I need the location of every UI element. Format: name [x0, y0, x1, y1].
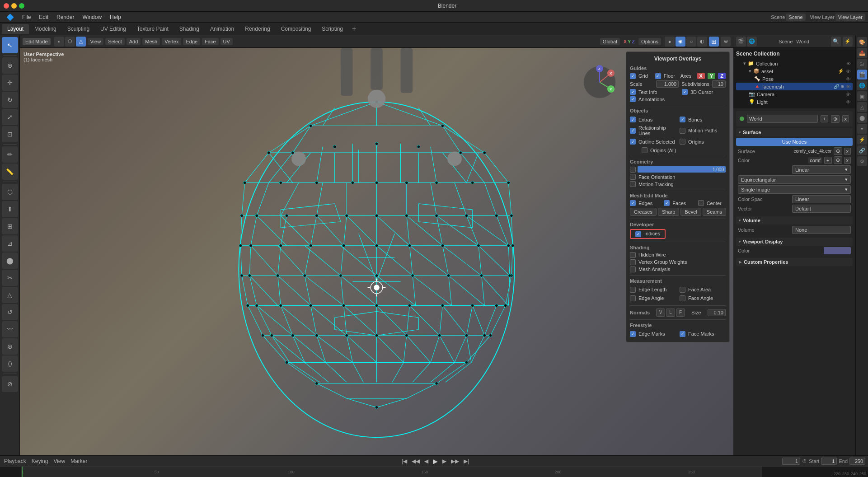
play-btn[interactable]: ▶ [432, 458, 439, 465]
vpdisp-color-swatch[interactable] [824, 247, 851, 254]
faces-checkbox[interactable] [664, 200, 670, 206]
edgemarks-checkbox[interactable] [630, 331, 636, 337]
menu-window[interactable]: Window [79, 13, 105, 21]
light-eye[interactable]: 👁 [846, 99, 851, 105]
seams-btn[interactable]: Seams [703, 208, 726, 216]
use-nodes-button[interactable]: Use Nodes [736, 138, 853, 146]
extras-checkbox[interactable] [630, 117, 636, 122]
tab-texture-paint[interactable]: Texture Paint [131, 24, 174, 34]
asset-eye[interactable]: 👁 [846, 69, 851, 74]
camera-item[interactable]: 📷 Camera 👁 [736, 90, 853, 98]
tab-rendering[interactable]: Rendering [239, 24, 275, 34]
tab-scripting[interactable]: Scripting [316, 24, 348, 34]
material-shading[interactable]: ◐ [697, 37, 707, 47]
facemarks-checkbox[interactable] [680, 331, 685, 337]
edgeangle-checkbox[interactable] [630, 295, 636, 301]
rellines-checkbox[interactable] [630, 128, 636, 134]
tool-cursor[interactable]: ⊕ [2, 57, 18, 74]
bones-checkbox[interactable] [680, 117, 685, 122]
object-icon-btn[interactable]: ▣ [857, 91, 867, 101]
select-menu[interactable]: Select [105, 38, 125, 45]
indices-btn[interactable]: Indices [630, 229, 666, 239]
axis-x-btn[interactable]: X [697, 73, 705, 79]
tab-sculpting[interactable]: Sculpting [62, 24, 95, 34]
keying-menu[interactable]: Keying [30, 458, 50, 464]
search-icon-btn[interactable]: 🔍 [831, 37, 841, 47]
tab-uv-editing[interactable]: UV Editing [95, 24, 131, 34]
overlays-toggle[interactable]: ⊞ [709, 37, 719, 47]
tool-extrude[interactable]: ⬆ [2, 201, 18, 217]
world-props-icon-btn[interactable]: 🌐 [857, 80, 867, 90]
volume-dropdown[interactable]: None [792, 226, 851, 234]
jump-start-btn[interactable]: |◀ [400, 458, 408, 464]
indices-checkbox[interactable] [635, 231, 641, 237]
tab-compositing[interactable]: Compositing [276, 24, 317, 34]
global-transform[interactable]: Global [600, 38, 620, 45]
facemesh-eye[interactable]: 👁 [846, 84, 851, 89]
uv-menu[interactable]: UV [221, 38, 233, 45]
timeline-scrubber[interactable]: 1 50 100 150 200 250 220 230 240 250 [0, 466, 868, 477]
facearea-checkbox[interactable] [680, 287, 685, 293]
face-menu[interactable]: Face [202, 38, 218, 45]
minimize-button[interactable] [11, 3, 17, 9]
jump-end-btn[interactable]: ▶| [462, 458, 470, 464]
center-checkbox[interactable] [698, 200, 704, 206]
meshanalysis-checkbox[interactable] [630, 267, 636, 272]
view-layer-icon-btn[interactable]: 🗂 [857, 59, 867, 69]
viewport-3d[interactable]: Edit Mode ▪ ⬡ △ View Select Add Mesh Ver… [20, 35, 733, 455]
normals-size-input[interactable] [708, 309, 726, 316]
maximize-button[interactable] [19, 3, 24, 9]
vector-dropdown[interactable]: Default [792, 205, 851, 213]
solid-shading[interactable]: ◉ [676, 37, 685, 47]
tool-poly-build[interactable]: △ [2, 287, 18, 303]
faceangle-checkbox[interactable] [680, 295, 685, 301]
pose-eye[interactable]: 👁 [846, 76, 851, 82]
subdivisions-input[interactable] [712, 80, 726, 88]
menu-file[interactable]: File [19, 13, 34, 21]
tool-add-mesh[interactable]: ⬡ [2, 184, 18, 200]
start-frame-input[interactable] [821, 458, 837, 465]
edgelen-checkbox[interactable] [630, 287, 636, 293]
hiddenwire-checkbox[interactable] [630, 252, 636, 258]
tab-layout[interactable]: Layout [2, 24, 29, 34]
timeline-area[interactable]: |◀ ◀◀ ◀ ▶ ▶ ▶▶ ▶| [92, 458, 780, 465]
floor-checkbox[interactable] [655, 73, 661, 79]
collection-item[interactable]: ▾ 📁 Collection 👁 [736, 60, 853, 67]
bevel-btn[interactable]: Bevel [680, 208, 701, 216]
scene-icon-btn[interactable]: 🎬 [736, 37, 746, 47]
view-menu-tl[interactable]: View [52, 458, 66, 464]
custom-props-title[interactable]: ▶ Custom Properties [736, 258, 853, 266]
pose-item[interactable]: 🦴 Pose 👁 [736, 75, 853, 83]
tool-annotate[interactable]: ✏ [2, 146, 18, 163]
next-frame-btn[interactable]: ▶▶ [450, 458, 460, 464]
outlinesel-checkbox[interactable] [630, 139, 636, 145]
facemesh-item[interactable]: 🔺 facemesh 🔗 ⊕ 👁 [736, 83, 853, 90]
surface-section-title[interactable]: ▾ Surface [736, 128, 853, 136]
tool-bevel[interactable]: ⊿ [2, 235, 18, 252]
playback-menu[interactable]: Playback [3, 458, 28, 464]
annotations-checkbox[interactable] [630, 96, 636, 102]
edit-mode-select[interactable]: Edit Mode [23, 38, 51, 45]
surface-browse-btn[interactable]: ⊕ [834, 147, 842, 155]
rendered-shading[interactable]: ● [665, 37, 675, 47]
edge-select-mode[interactable]: ⬡ [65, 37, 75, 47]
face-select-mode[interactable]: △ [76, 37, 86, 47]
cursor3d-checkbox[interactable] [682, 89, 688, 95]
equirectangular-dropdown[interactable]: Equirectangular ▾ [738, 175, 851, 184]
menu-blender[interactable]: 🔷 [3, 13, 18, 22]
tab-animation[interactable]: Animation [205, 24, 239, 34]
vertex-select-mode[interactable]: ▪ [54, 37, 64, 47]
wireframe-checkbox[interactable] [630, 167, 636, 173]
marker-menu[interactable]: Marker [69, 458, 89, 464]
world-copy-btn[interactable]: ⊕ [831, 115, 840, 123]
edges-checkbox[interactable] [630, 200, 636, 206]
creases-btn[interactable]: Creases [630, 208, 657, 216]
faceorientation-checkbox[interactable] [630, 174, 636, 180]
tool-transform[interactable]: ⊡ [2, 126, 18, 142]
sharp-btn[interactable]: Sharp [658, 208, 679, 216]
motiontracking-checkbox[interactable] [630, 181, 636, 187]
options-menu[interactable]: Options [638, 38, 661, 45]
menu-edit[interactable]: Edit [35, 13, 52, 21]
window-buttons[interactable] [4, 3, 24, 9]
viewport-canvas[interactable]: User Perspective (1) facemesh Viewport O… [20, 48, 733, 455]
